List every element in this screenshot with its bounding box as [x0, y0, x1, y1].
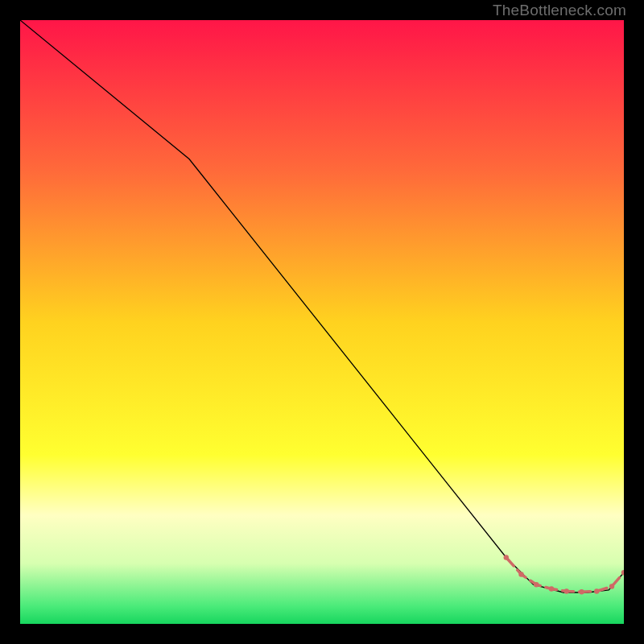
series-marker-track-point	[564, 588, 569, 593]
series-marker-track-point	[504, 555, 509, 559]
series-marker-track-point	[534, 582, 539, 587]
series-marker-track-point	[549, 586, 554, 591]
chart-frame: TheBottleneck.com	[0, 0, 644, 644]
watermark-text: TheBottleneck.com	[493, 2, 626, 19]
chart-svg	[20, 20, 624, 624]
chart-plot-area	[20, 20, 624, 624]
series-marker-track-point	[579, 589, 584, 594]
series-marker-track-point	[609, 584, 614, 588]
series-marker-track-point	[518, 572, 523, 576]
gradient-background	[20, 20, 624, 624]
series-marker-track-point	[594, 588, 599, 593]
